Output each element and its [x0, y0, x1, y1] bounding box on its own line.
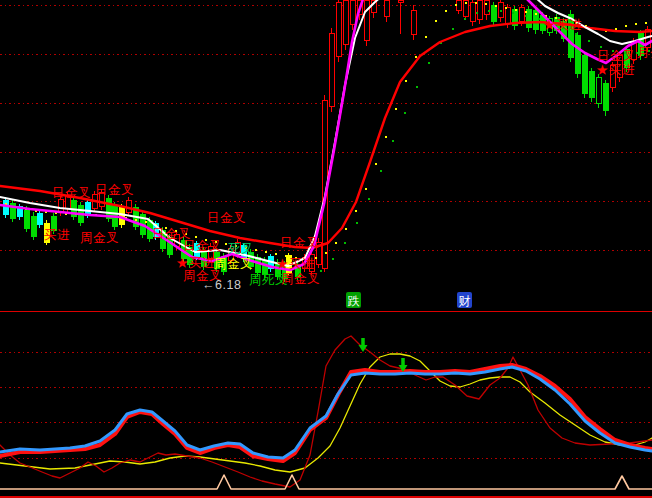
badge-label: 财	[459, 294, 471, 308]
divider-badge-1: 财	[457, 292, 472, 308]
signal-label: 月金叉	[637, 46, 652, 60]
divider-badge-0: 跌	[346, 292, 361, 308]
signal-label: 日金叉	[280, 236, 319, 250]
badge-label: 跌	[348, 294, 360, 308]
signal-label: 日金叉	[95, 183, 134, 197]
signal-label: ★买进	[276, 257, 315, 271]
signal-label: ★买进	[543, 18, 582, 32]
trading-chart-window: 日金叉日金叉买进周金叉日金叉日金叉日金叉死叉★买进周金叉周金叉←6.18周死叉日…	[0, 0, 652, 498]
signal-label: ←6.18	[202, 278, 241, 292]
signal-label: 日金叉	[207, 211, 246, 225]
signal-label: 买进	[44, 228, 70, 242]
signal-label: 周金叉	[80, 231, 119, 245]
chart-svg[interactable]: 日金叉日金叉买进周金叉日金叉日金叉日金叉死叉★买进周金叉周金叉←6.18周死叉日…	[0, 0, 652, 498]
signal-label: 周金叉	[214, 257, 253, 271]
signal-label: 日金叉	[52, 186, 91, 200]
signal-label: 周金叉	[281, 272, 320, 286]
signal-label: ★买进	[596, 63, 635, 77]
signal-label: 日金叉	[183, 239, 222, 253]
signal-label: 死叉	[228, 242, 254, 256]
signal-label: 日金叉	[597, 49, 636, 63]
signal-label: ★买进	[176, 256, 215, 270]
